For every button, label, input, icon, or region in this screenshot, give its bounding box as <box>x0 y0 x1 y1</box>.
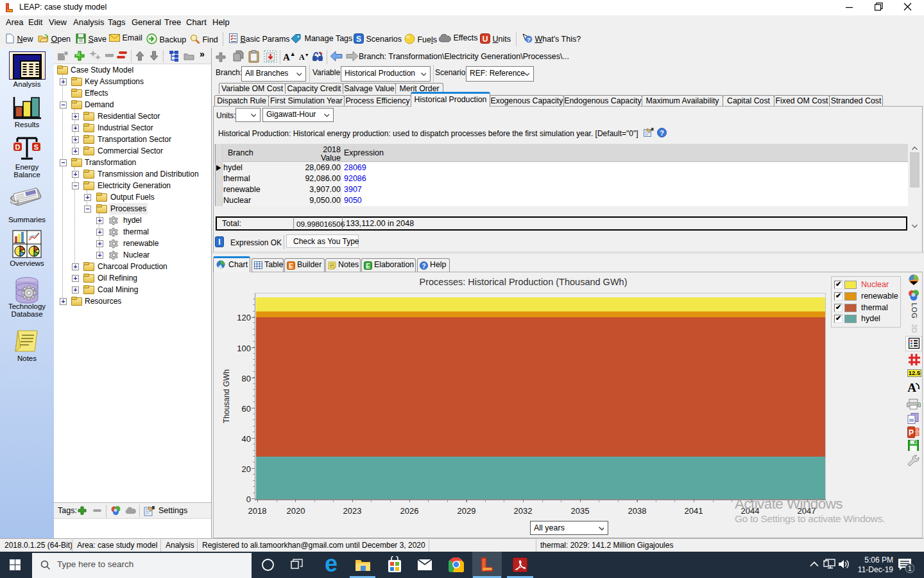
svg-text:1: 1 <box>908 565 912 572</box>
svg-text:U: U <box>483 35 488 44</box>
svg-text:E: E <box>289 263 293 270</box>
svg-text:?: ? <box>422 263 425 270</box>
svg-text:S: S <box>34 143 38 151</box>
svg-text:A: A <box>907 381 916 394</box>
svg-text:?: ? <box>660 129 664 137</box>
svg-text:S: S <box>356 35 361 44</box>
svg-text:E: E <box>366 263 370 270</box>
svg-text:?: ? <box>527 36 531 43</box>
svg-text:P: P <box>909 428 914 437</box>
svg-text:D: D <box>15 143 21 151</box>
svg-text:I: I <box>218 238 220 247</box>
